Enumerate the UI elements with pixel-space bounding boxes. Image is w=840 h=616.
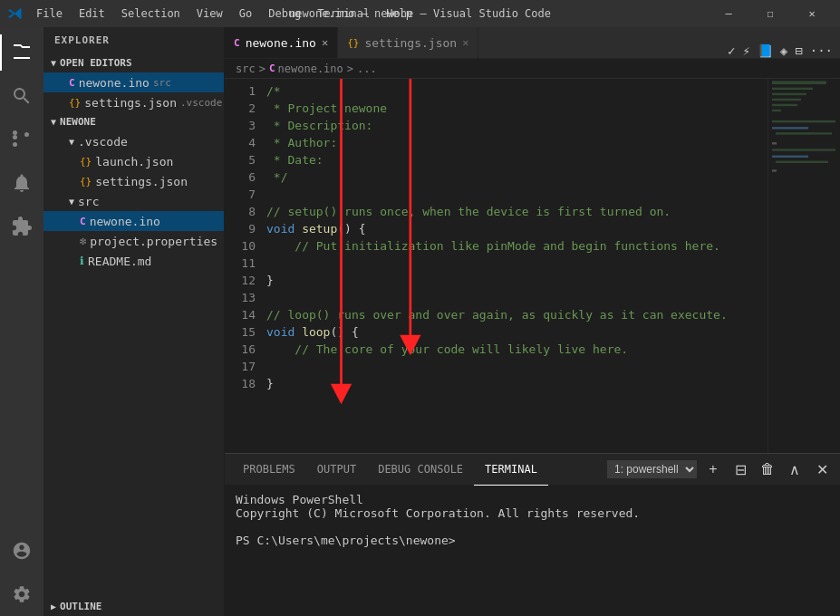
properties-label: project.properties <box>90 235 217 248</box>
editor-action-4[interactable]: ◈ <box>780 43 787 58</box>
editor-split[interactable]: ⊟ <box>795 43 802 58</box>
open-editors-arrow: ▼ <box>51 58 56 68</box>
add-terminal-button[interactable]: + <box>702 458 724 480</box>
open-editor-newone-ino[interactable]: C newone.ino src ✕ <box>43 72 224 92</box>
editor-action-3[interactable]: 📘 <box>758 43 773 58</box>
editor-action-1[interactable]: ✓ <box>728 43 735 58</box>
src-arrow: ▼ <box>69 197 74 207</box>
menu-view[interactable]: View <box>189 0 230 27</box>
svg-rect-0 <box>772 81 826 84</box>
code-line-1: /* <box>263 82 768 100</box>
open-editor-label: newone.ino <box>79 76 150 90</box>
svg-rect-11 <box>772 156 808 158</box>
settings-activity-icon[interactable] <box>0 573 43 616</box>
code-editor[interactable]: 12345 678910 1112131415 161718 /* * Proj… <box>225 79 840 453</box>
activity-bottom <box>0 529 43 616</box>
terminal-line-3 <box>236 520 829 534</box>
source-control-activity-icon[interactable] <box>0 118 43 161</box>
terminal-line-1: Windows PowerShell <box>236 493 829 506</box>
breadcrumb-file[interactable]: C newone.ino <box>269 63 343 75</box>
svg-rect-8 <box>776 132 832 134</box>
settings-tag: .vscode <box>180 97 222 109</box>
settings-json-file[interactable]: {} settings.json <box>43 171 224 191</box>
breadcrumb-src[interactable]: src <box>236 63 256 75</box>
terminal-line-2: Copyright (C) Microsoft Corporation. All… <box>236 506 829 520</box>
maximize-button[interactable]: ☐ <box>749 0 791 27</box>
outline-section[interactable]: ▶ OUTLINE <box>43 597 224 616</box>
editor-action-2[interactable]: ⚡ <box>742 43 749 58</box>
terminal-panel: PROBLEMS OUTPUT DEBUG CONSOLE TERMINAL 1… <box>225 453 840 616</box>
open-editors-section[interactable]: ▼ OPEN EDITORS <box>43 53 224 72</box>
tab-terminal[interactable]: TERMINAL <box>474 454 548 486</box>
code-line-18: } <box>263 375 768 392</box>
tab-newone-ino[interactable]: C newone.ino ✕ <box>225 27 338 58</box>
terminal-content[interactable]: Windows PowerShell Copyright (C) Microso… <box>225 486 840 616</box>
tab-icon-ino: C <box>234 37 240 49</box>
extensions-activity-icon[interactable] <box>0 205 43 248</box>
code-line-17 <box>263 358 768 375</box>
code-line-14: // loop() runs over and over again, as q… <box>263 306 768 323</box>
code-line-6: */ <box>263 168 768 186</box>
project-properties-file[interactable]: ❇ project.properties <box>43 231 224 251</box>
explorer-activity-icon[interactable] <box>0 31 43 74</box>
vscode-folder[interactable]: ▼ .vscode <box>43 131 224 151</box>
tab-close-settings[interactable]: ✕ <box>462 36 468 49</box>
delete-terminal-button[interactable]: 🗑 <box>757 458 778 480</box>
tab-settings-json[interactable]: {} settings.json ✕ <box>338 27 478 58</box>
breadcrumb: src > C newone.ino > ... <box>225 59 840 79</box>
open-editor-settings-json[interactable]: {} settings.json .vscode <box>43 92 224 112</box>
outline-section-wrapper: ▶ OUTLINE <box>43 597 224 616</box>
tab-close-ino[interactable]: ✕ <box>322 36 328 49</box>
svg-rect-3 <box>772 99 801 101</box>
readme-icon: ℹ <box>80 255 84 267</box>
window-title: newone.ino — newone — Visual Studio Code <box>289 7 551 20</box>
src-label: src <box>78 195 99 208</box>
tab-problems[interactable]: PROBLEMS <box>232 454 306 486</box>
close-button[interactable]: ✕ <box>791 0 833 27</box>
tab-output[interactable]: OUTPUT <box>306 454 367 486</box>
menu-edit[interactable]: Edit <box>72 0 112 27</box>
maximize-panel-button[interactable]: ∧ <box>784 458 806 480</box>
code-line-9: void setup() { <box>263 220 768 237</box>
svg-rect-13 <box>772 169 777 171</box>
sidebar: Explorer ▼ OPEN EDITORS C newone.ino src… <box>43 27 225 616</box>
folder-label: .vscode <box>78 135 128 149</box>
svg-rect-12 <box>776 161 828 163</box>
breadcrumb-more[interactable]: ... <box>357 63 377 75</box>
newone-ino-file[interactable]: C newone.ino <box>43 211 224 231</box>
sidebar-header: Explorer <box>43 27 224 53</box>
menu-go[interactable]: Go <box>232 0 259 27</box>
tab-icon-json: {} <box>347 37 359 49</box>
settings-json-icon: {} <box>80 176 92 188</box>
outline-arrow: ▶ <box>51 602 56 611</box>
tab-bar: C newone.ino ✕ {} settings.json ✕ ✓ ⚡ 📘 … <box>225 27 840 59</box>
tab-debug-console[interactable]: DEBUG CONSOLE <box>367 454 474 486</box>
newone-label: NEWONE <box>60 116 96 128</box>
readme-file[interactable]: ℹ README.md <box>43 251 224 271</box>
tab-label-ino: newone.ino <box>246 36 316 50</box>
breadcrumb-sep2: > <box>347 63 353 75</box>
close-panel-button[interactable]: ✕ <box>811 458 833 480</box>
menu-file[interactable]: File <box>29 0 70 27</box>
code-line-5: * Date: <box>263 151 768 168</box>
launch-json-file[interactable]: {} launch.json <box>43 151 224 171</box>
code-content[interactable]: /* * Project newone * Description: * Aut… <box>263 79 768 453</box>
shell-selector[interactable]: 1: powershell <box>607 460 697 478</box>
code-line-7 <box>263 186 768 203</box>
svg-rect-9 <box>772 142 777 144</box>
code-line-15: void loop() { <box>263 323 768 341</box>
editor-terminal-wrapper: 12345 678910 1112131415 161718 /* * Proj… <box>225 79 840 616</box>
src-folder[interactable]: ▼ src <box>43 191 224 211</box>
split-terminal-button[interactable]: ⊟ <box>729 458 751 480</box>
code-line-10: // Put initialization like pinMode and b… <box>263 237 768 255</box>
menu-selection[interactable]: Selection <box>114 0 188 27</box>
search-activity-icon[interactable] <box>0 74 43 118</box>
accounts-activity-icon[interactable] <box>0 529 43 573</box>
code-line-16: // The core of your code will likely liv… <box>263 341 768 358</box>
open-editor-settings-label: settings.json <box>84 96 177 110</box>
editor-more[interactable]: ··· <box>810 43 833 58</box>
terminal-line-4: PS C:\Users\me\projects\newone> <box>236 534 829 547</box>
minimize-button[interactable]: — <box>708 0 749 27</box>
newone-section[interactable]: ▼ NEWONE <box>43 112 224 131</box>
debug-activity-icon[interactable] <box>0 161 43 205</box>
